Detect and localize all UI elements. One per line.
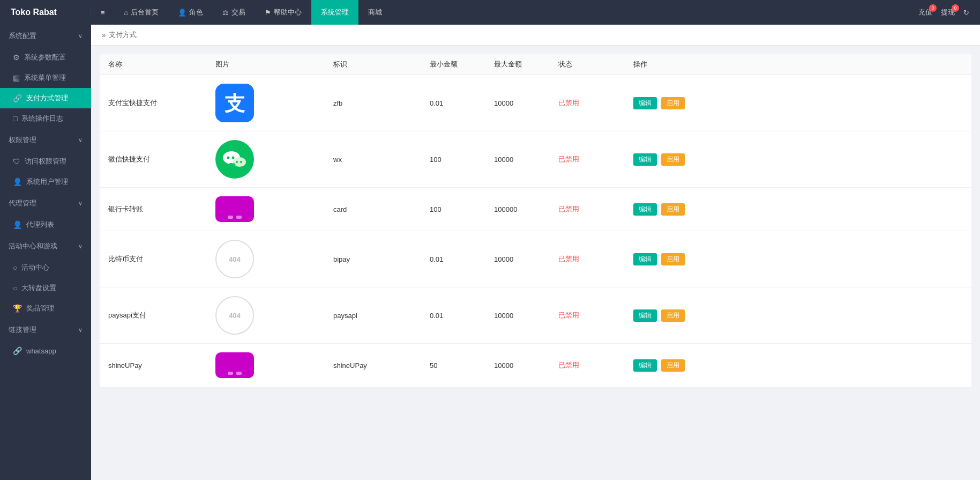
row-actions: 编辑 启用 [633, 153, 740, 166]
top-nav-items: ≡ ⌂ 后台首页 👤 角色 ⚖ 交易 ⚑ 帮助中心 系统管理 商城 [91, 0, 908, 25]
agent-icon: 👤 [13, 220, 22, 229]
row-min: 50 [430, 361, 494, 370]
alipay-icon: 支 [215, 84, 254, 122]
top-right-actions: 充值 0 提现 0 ↻ [908, 8, 980, 17]
refresh-button[interactable]: ↻ [963, 9, 969, 17]
payment-table: 名称 图片 标识 最小金额 最大金额 状态 操作 支付宝快捷支付 [100, 54, 971, 387]
nav-transactions[interactable]: ⚖ 交易 [213, 0, 255, 25]
prize-icon: 🏆 [13, 304, 22, 313]
row-min: 0.01 [430, 255, 494, 263]
svg-point-7 [240, 161, 242, 163]
row-status: 已禁用 [558, 311, 633, 320]
sidebar-item-operation-log[interactable]: □ 系统操作日志 [0, 108, 91, 129]
col-name: 名称 [108, 60, 215, 69]
row-name: 银行卡转账 [108, 204, 215, 214]
edit-button[interactable]: 编辑 [633, 253, 657, 265]
enable-button[interactable]: 启用 [661, 97, 685, 109]
enable-button[interactable]: 启用 [661, 153, 685, 166]
sidebar-group-system-config[interactable]: 系统配置 ∨ [0, 25, 91, 47]
enable-button[interactable]: 启用 [661, 203, 685, 216]
sidebar: 系统配置 ∨ ⚙ 系统参数配置 ▦ 系统菜单管理 🔗 支付方式管理 □ 系统操作… [0, 25, 91, 480]
sidebar-item-whatsapp[interactable]: 🔗 whatsapp [0, 341, 91, 360]
main-content: » 支付方式 名称 图片 标识 最小金额 最大金额 状态 操作 支付宝快捷支付 [91, 25, 980, 480]
nav-system[interactable]: 系统管理 [311, 0, 358, 25]
chevron-icon: ∨ [78, 137, 83, 144]
row-max: 10000 [494, 156, 558, 164]
row-name: 比特币支付 [108, 254, 215, 264]
paysapi-icon: 404 [215, 296, 254, 335]
svg-point-5 [233, 157, 246, 167]
link-icon: 🔗 [13, 94, 22, 102]
menu-icon: ▦ [13, 73, 20, 82]
row-actions: 编辑 启用 [633, 309, 740, 322]
gear-icon: ⚙ [13, 53, 20, 62]
row-max: 10000 [494, 361, 558, 370]
row-identifier: zfb [333, 99, 430, 107]
nav-roles[interactable]: 👤 角色 [168, 0, 213, 25]
row-actions: 编辑 启用 [633, 253, 740, 265]
sidebar-item-system-params[interactable]: ⚙ 系统参数配置 [0, 47, 91, 68]
edit-button[interactable]: 编辑 [633, 203, 657, 216]
sidebar-group-link[interactable]: 链接管理 ∨ [0, 319, 91, 341]
withdraw-badge: 0 [952, 4, 959, 12]
app-logo: Toko Rabat [0, 8, 91, 17]
svg-point-3 [227, 157, 230, 159]
enable-button[interactable]: 启用 [661, 253, 685, 265]
sidebar-item-payment-method[interactable]: 🔗 支付方式管理 [0, 88, 91, 108]
svg-text:支: 支 [224, 92, 245, 115]
row-icon [215, 196, 333, 222]
sidebar-group-agent[interactable]: 代理管理 ∨ [0, 192, 91, 215]
row-max: 10000 [494, 312, 558, 320]
activity-icon: ○ [13, 263, 17, 272]
row-max: 10000 [494, 99, 558, 107]
roles-icon: 👤 [178, 9, 186, 17]
withdraw-button[interactable]: 提现 0 [941, 8, 955, 17]
table-row: shineUPay shineUPay 50 10000 已禁用 编辑 启用 [100, 344, 971, 387]
svg-point-4 [232, 157, 235, 159]
row-identifier: wx [333, 156, 430, 164]
sidebar-group-activity[interactable]: 活动中心和游戏 ∨ [0, 235, 91, 257]
col-max: 最大金额 [494, 60, 558, 69]
sidebar-group-permissions[interactable]: 权限管理 ∨ [0, 129, 91, 151]
sidebar-item-access-management[interactable]: 🛡 访问权限管理 [0, 151, 91, 172]
sidebar-item-activity-center[interactable]: ○ 活动中心 [0, 257, 91, 278]
nav-dashboard[interactable]: ⌂ 后台首页 [115, 0, 169, 25]
enable-button[interactable]: 启用 [661, 309, 685, 322]
sidebar-item-big-wheel[interactable]: ○ 大转盘设置 [0, 278, 91, 298]
sidebar-item-prize[interactable]: 🏆 奖品管理 [0, 298, 91, 319]
edit-button[interactable]: 编辑 [633, 309, 657, 322]
row-icon: 支 [215, 84, 333, 122]
row-name: shineUPay [108, 361, 215, 370]
table-row: 银行卡转账 card 100 100000 已禁用 编辑 启用 [100, 188, 971, 231]
nav-hamburger[interactable]: ≡ [91, 0, 115, 25]
recharge-button[interactable]: 充值 0 [918, 8, 932, 17]
edit-button[interactable]: 编辑 [633, 359, 657, 372]
table-header: 名称 图片 标识 最小金额 最大金额 状态 操作 [100, 54, 971, 75]
row-actions: 编辑 启用 [633, 203, 740, 216]
user-icon: 👤 [13, 178, 22, 186]
edit-button[interactable]: 编辑 [633, 97, 657, 109]
sidebar-item-agent-list[interactable]: 👤 代理列表 [0, 215, 91, 235]
row-max: 10000 [494, 255, 558, 263]
col-identifier: 标识 [333, 60, 430, 69]
col-image: 图片 [215, 60, 333, 69]
sidebar-item-user-management[interactable]: 👤 系统用户管理 [0, 172, 91, 192]
table-row: 支付宝快捷支付 支 zfb 0.01 10000 已禁用 [100, 75, 971, 131]
recharge-badge: 0 [929, 4, 937, 12]
edit-button[interactable]: 编辑 [633, 153, 657, 166]
row-icon: 404 [215, 240, 333, 278]
help-icon: ⚑ [265, 9, 271, 17]
enable-button[interactable]: 启用 [661, 359, 685, 372]
chevron-icon: ∨ [78, 243, 83, 250]
log-icon: □ [13, 114, 17, 123]
row-actions: 编辑 启用 [633, 97, 740, 109]
nav-shop[interactable]: 商城 [358, 0, 392, 25]
sidebar-item-system-menu[interactable]: ▦ 系统菜单管理 [0, 68, 91, 88]
row-status: 已禁用 [558, 360, 633, 370]
shield-icon: 🛡 [13, 157, 20, 166]
row-icon [215, 352, 333, 378]
nav-help[interactable]: ⚑ 帮助中心 [255, 0, 311, 25]
chevron-icon: ∨ [78, 200, 83, 207]
col-min: 最小金额 [430, 60, 494, 69]
table-row: 比特币支付 404 bipay 0.01 10000 已禁用 编辑 启用 [100, 231, 971, 287]
